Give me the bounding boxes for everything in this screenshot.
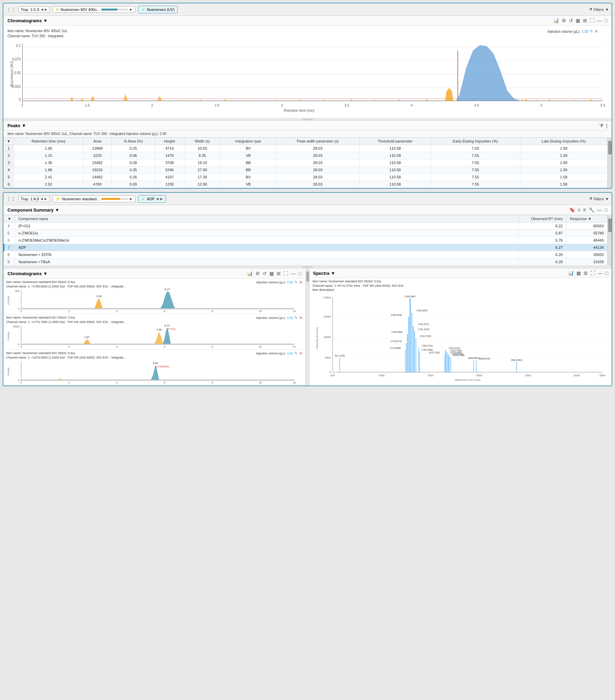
th-integ[interactable]: Integration type [221, 138, 276, 145]
grid-icon[interactable]: ▦ [576, 18, 580, 23]
mini-settings-icon[interactable]: ⚙ [255, 271, 260, 276]
mini1-close[interactable]: ✕ [299, 280, 303, 285]
filters-button[interactable]: ⧩ Filters ▼ [589, 7, 609, 12]
tray-nav-left[interactable]: ◀ [41, 8, 43, 11]
mini-fullscreen-icon[interactable]: ⛶ [283, 271, 288, 276]
panel2-tab2-navl[interactable]: ◀ [156, 197, 159, 201]
spectra-grid-icon[interactable]: ▦ [576, 270, 581, 276]
th-area[interactable]: Area [83, 138, 111, 145]
comp-table-row[interactable]: 9 Nusinersen +TBuA 6.28 19108 [4, 259, 607, 265]
comp-th-response[interactable]: Response ▼ [566, 215, 607, 223]
comp-th-rt[interactable]: Observed RT (min) [519, 215, 566, 223]
chromatogram-title: Chromatograms ▼ [8, 18, 48, 23]
maximize-btn[interactable]: □ [605, 18, 607, 23]
panel2-tab2[interactable]: ✓ ADP ◀ ▶ [138, 195, 166, 203]
peaks-sort-icon[interactable]: | [606, 123, 607, 128]
panel2-nav-left[interactable]: ◀ [40, 197, 43, 201]
peaks-dropdown-icon[interactable]: ▼ [22, 123, 26, 128]
peak-area: 4769 [83, 181, 111, 188]
comp-table-row[interactable]: 4 (P=O)1 6.22 65563 [4, 223, 607, 230]
spectra-item-label: Item name: Nusinersen standard 50V 550oC… [312, 279, 609, 284]
panel2-tab1[interactable]: ⚡ Nusinersen standard... ▶ [52, 196, 136, 202]
comp-th-name[interactable]: Component name [15, 215, 518, 223]
spectra-minimize[interactable]: — [598, 270, 603, 276]
svg-text:0: 0 [19, 98, 21, 101]
mini-grid-icon[interactable]: ▦ [269, 271, 274, 276]
comp-scrollbar[interactable] [607, 215, 612, 265]
settings-icon[interactable]: ⚙ [562, 18, 566, 23]
tab-uv[interactable]: ✓ Nusinersen (UV) [138, 6, 178, 13]
undo-icon[interactable]: ↺ [569, 18, 573, 23]
comp-table-row[interactable]: 8 Nusinersen + EDTA 6.20 28820 [4, 251, 607, 259]
tray-selector[interactable]: Tray: 1:C,6 ◀ ▶ [18, 7, 50, 13]
mini-layout-icon[interactable]: ⊞ [277, 271, 281, 276]
mini2-edit[interactable]: ✎ [294, 315, 298, 320]
mini-bar-icon[interactable]: 📊 [247, 271, 253, 276]
comp-tool-bookmark[interactable]: 🔖 [569, 207, 575, 213]
comp-tool-hash[interactable]: # [583, 207, 586, 213]
minimize-btn[interactable]: — [597, 18, 602, 23]
comp-table-row[interactable]: 5 n-2'MOEGs 5.87 55780 [4, 230, 607, 237]
mini3-edit[interactable]: ✎ [294, 351, 298, 356]
sort-icon-num[interactable]: ▼ [7, 139, 11, 143]
bar-chart-icon[interactable]: 📊 [553, 18, 559, 23]
peak-area: 15482 [83, 159, 111, 166]
tray-nav-right[interactable]: ▶ [45, 8, 48, 11]
mini-chrom-dropdown[interactable]: ▼ [43, 271, 48, 276]
spectra-fullscreen-icon[interactable]: ⛶ [590, 270, 595, 276]
mini-undo-icon[interactable]: ↺ [262, 271, 267, 276]
peak-early: 7.55 [431, 145, 520, 152]
spectra-maximize[interactable]: □ [605, 270, 608, 276]
svg-text:2848.8844: 2848.8844 [468, 357, 479, 359]
spectra-layout-icon[interactable]: ⊞ [584, 270, 588, 276]
th-rt[interactable]: Retention time (min) [14, 138, 83, 145]
peaks-scrollbar[interactable] [607, 137, 612, 188]
comp-table-row[interactable]: 7 ADP 6.27 44134 [4, 244, 607, 251]
th-early[interactable]: Early Eluting Impurities (%) [431, 138, 520, 145]
th-pctarea[interactable]: % Area (%) [112, 138, 155, 145]
th-threshold[interactable]: Threshold parameter [360, 138, 431, 145]
comp-tool-wrench[interactable]: 🔧 [589, 207, 594, 213]
tab1-nav-right[interactable]: ▶ [130, 8, 132, 11]
peak-area: 14482 [83, 174, 111, 181]
th-height[interactable]: Height [155, 138, 184, 145]
chromatogram-title-dropdown[interactable]: ▼ [43, 18, 48, 23]
comp-minimize[interactable]: — [597, 207, 602, 213]
peak-early: 7.55 [431, 174, 520, 181]
peaks-filter-icon[interactable]: ⧩ [599, 123, 603, 128]
channel-name-label: Channel name: TUV 260 : Integrated [8, 34, 607, 39]
peaks-table-scroll: ▼ Retention time (min) Area % Area (%) [3, 137, 612, 188]
comp-summary-dropdown[interactable]: ▼ [55, 208, 60, 213]
close-inj-icon[interactable]: ✕ [594, 29, 598, 34]
comp-sort-icon[interactable]: ▼ [8, 217, 11, 221]
layout-icon[interactable]: ⊞ [583, 18, 587, 23]
mini1-edit[interactable]: ✎ [294, 280, 298, 285]
comp-table-row[interactable]: 6 n-2'MOE5MeCs/2'MOE5MeUs 5.76 46445 [4, 237, 607, 244]
spectra-dropdown[interactable]: ▼ [331, 271, 335, 276]
edit-inj-icon[interactable]: ✎ [590, 29, 593, 34]
th-pwp[interactable]: Peak width parameter (s) [276, 138, 360, 145]
svg-text:8000: 8000 [13, 325, 20, 328]
panel2-nav-right[interactable]: ▶ [44, 197, 47, 201]
svg-text:3.5: 3.5 [345, 103, 349, 107]
th-pwp-label: Peak width parameter (s) [297, 139, 339, 143]
panel2-tab1-nav[interactable]: ▶ [130, 197, 132, 201]
comp-maximize[interactable]: □ [605, 207, 607, 213]
comp-tool-share[interactable]: ⎋ [578, 207, 580, 213]
spectra-bar-icon[interactable]: 📊 [568, 270, 574, 276]
tab-chromatogram[interactable]: ★ Nusinersen 60V 400o... ▶ [53, 6, 136, 13]
fullscreen-icon[interactable]: ⛶ [590, 18, 594, 23]
panel2-tray-selector[interactable]: Tray: 1:A,8 ◀ ▶ [18, 196, 50, 202]
mini-maximize[interactable]: □ [298, 271, 301, 276]
lower-scrollbar[interactable] [306, 268, 310, 386]
panel2-filters-button[interactable]: ⧩ Filters ▼ [589, 197, 609, 201]
th-width[interactable]: Width (s) [184, 138, 221, 145]
mini-minimize[interactable]: — [291, 271, 296, 276]
svg-text:4: 4 [116, 345, 118, 348]
mini3-close[interactable]: ✕ [299, 351, 303, 356]
th-late[interactable]: Late Eluting Impurities (%) [520, 138, 607, 145]
panel2-check-icon: ✓ [141, 196, 145, 202]
mini2-close[interactable]: ✕ [299, 315, 303, 320]
panel2-tab2-navr[interactable]: ▶ [160, 197, 163, 201]
svg-marker-83 [83, 339, 90, 344]
